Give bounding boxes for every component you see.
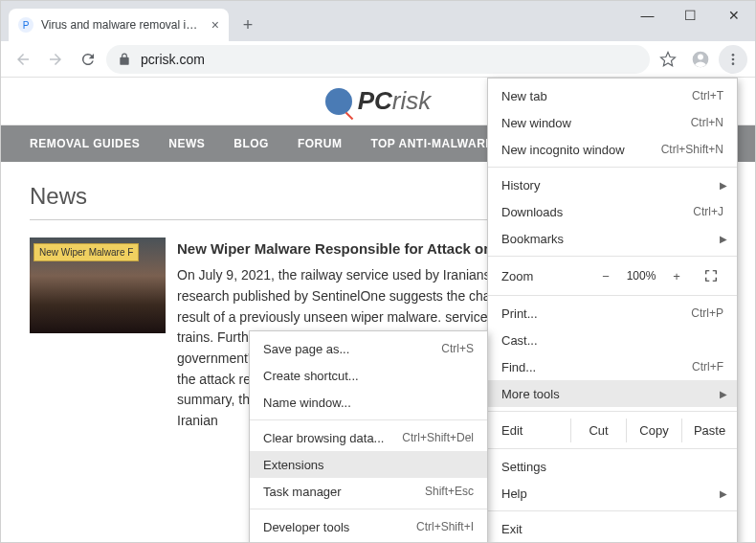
arrow-left-icon — [14, 51, 32, 68]
reload-button[interactable] — [74, 45, 102, 74]
submenu-dev-tools[interactable]: Developer toolsCtrl+Shift+I — [250, 513, 487, 540]
window-close-button[interactable]: ✕ — [712, 1, 755, 30]
arrow-right-icon — [47, 51, 64, 68]
edit-paste-button[interactable]: Paste — [681, 419, 737, 442]
tab-title: Virus and malware removal instru — [41, 18, 204, 32]
article-thumbnail[interactable]: New Wiper Malware F — [30, 238, 166, 333]
tab-favicon: P — [18, 17, 33, 33]
more-tools-submenu: Save page as...Ctrl+S Create shortcut...… — [249, 330, 488, 543]
magnifier-icon — [325, 88, 352, 115]
menu-separator — [488, 295, 737, 296]
edit-cut-button[interactable]: Cut — [570, 419, 626, 442]
menu-separator — [488, 256, 737, 257]
browser-tab[interactable]: P Virus and malware removal instru × — [9, 9, 229, 41]
browser-menu-button[interactable] — [719, 45, 747, 74]
address-bar[interactable]: pcrisk.com — [106, 45, 650, 74]
browser-titlebar: P Virus and malware removal instru × + —… — [1, 1, 755, 41]
menu-separator — [250, 419, 487, 420]
svg-point-1 — [698, 54, 703, 59]
zoom-out-button[interactable]: − — [593, 264, 618, 287]
chevron-right-icon: ▶ — [720, 234, 727, 244]
chevron-right-icon: ▶ — [720, 488, 727, 499]
svg-point-3 — [732, 57, 735, 60]
menu-zoom-row: Zoom − 100% + — [488, 260, 737, 291]
fullscreen-icon — [704, 269, 718, 283]
forward-button[interactable] — [41, 45, 70, 74]
menu-help[interactable]: Help▶ — [488, 480, 737, 507]
submenu-name-window[interactable]: Name window... — [250, 389, 487, 416]
kebab-icon — [725, 52, 741, 67]
submenu-create-shortcut[interactable]: Create shortcut... — [250, 362, 487, 389]
url-text: pcrisk.com — [141, 52, 205, 67]
svg-point-4 — [732, 62, 735, 65]
star-icon — [659, 51, 677, 68]
menu-exit[interactable]: Exit — [488, 515, 737, 542]
new-tab-button[interactable]: + — [234, 11, 261, 38]
submenu-clear-data[interactable]: Clear browsing data...Ctrl+Shift+Del — [250, 424, 487, 451]
svg-point-2 — [732, 54, 735, 57]
nav-removal-guides[interactable]: REMOVAL GUIDES — [30, 137, 140, 150]
menu-settings[interactable]: Settings — [488, 453, 737, 480]
chevron-right-icon: ▶ — [720, 389, 727, 399]
menu-find[interactable]: Find...Ctrl+F — [488, 353, 737, 380]
lock-icon — [118, 53, 131, 66]
menu-more-tools[interactable]: More tools▶ — [488, 380, 737, 407]
submenu-task-manager[interactable]: Task managerShift+Esc — [250, 478, 487, 505]
submenu-save-page[interactable]: Save page as...Ctrl+S — [250, 335, 487, 362]
menu-incognito[interactable]: New incognito windowCtrl+Shift+N — [488, 136, 737, 163]
browser-main-menu: New tabCtrl+T New windowCtrl+N New incog… — [487, 78, 738, 543]
menu-separator — [250, 509, 487, 509]
bookmark-star-button[interactable] — [654, 45, 682, 74]
menu-new-tab[interactable]: New tabCtrl+T — [488, 82, 737, 109]
window-controls: — ☐ ✕ — [626, 1, 755, 30]
nav-blog[interactable]: BLOG — [233, 137, 269, 150]
close-icon[interactable]: × — [211, 17, 219, 33]
menu-separator — [488, 510, 737, 511]
menu-downloads[interactable]: DownloadsCtrl+J — [488, 198, 737, 225]
site-logo[interactable]: PCrisk — [325, 86, 432, 116]
submenu-extensions[interactable]: Extensions — [250, 451, 487, 478]
minimize-button[interactable]: — — [626, 1, 669, 30]
reload-icon — [79, 51, 97, 68]
menu-edit-row: Edit Cut Copy Paste — [488, 416, 737, 444]
zoom-value: 100% — [620, 269, 662, 283]
nav-top-antimalware[interactable]: TOP ANTI-MALWARE — [370, 137, 493, 150]
zoom-in-button[interactable]: + — [664, 264, 689, 287]
menu-history[interactable]: History▶ — [488, 171, 737, 198]
browser-toolbar: pcrisk.com — [1, 41, 755, 78]
chevron-right-icon: ▶ — [720, 180, 727, 191]
edit-copy-button[interactable]: Copy — [626, 419, 681, 442]
back-button[interactable] — [9, 45, 37, 74]
menu-separator — [488, 448, 737, 449]
thumbnail-badge: New Wiper Malware F — [33, 243, 139, 261]
fullscreen-button[interactable] — [699, 269, 723, 283]
menu-cast[interactable]: Cast... — [488, 327, 737, 353]
zoom-controls: − 100% + — [593, 264, 689, 287]
menu-new-window[interactable]: New windowCtrl+N — [488, 109, 737, 136]
menu-print[interactable]: Print...Ctrl+P — [488, 300, 737, 327]
nav-forum[interactable]: FORUM — [298, 137, 343, 150]
menu-separator — [488, 411, 737, 412]
profile-button[interactable] — [686, 45, 715, 74]
menu-bookmarks[interactable]: Bookmarks▶ — [488, 225, 737, 252]
user-icon — [691, 50, 710, 69]
maximize-button[interactable]: ☐ — [669, 1, 712, 30]
nav-news[interactable]: NEWS — [168, 137, 205, 150]
menu-separator — [488, 167, 737, 168]
